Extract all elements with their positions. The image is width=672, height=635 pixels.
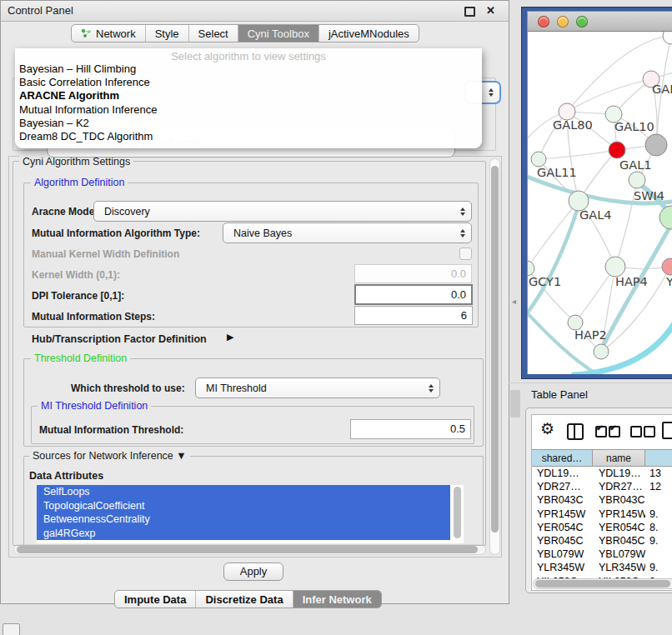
float-window-icon[interactable]: [464, 7, 475, 17]
table-row[interactable]: YDL19…YDL19…13: [532, 467, 672, 480]
attribute-topologicalcoefficient[interactable]: TopologicalCoefficient: [37, 499, 450, 513]
node-label-gal1: GAL1: [619, 158, 651, 172]
tab-discretize-data[interactable]: Discretize Data: [195, 591, 292, 608]
network-window-titlebar[interactable]: [527, 11, 672, 32]
algorithm-option-basic-correlation-inference[interactable]: Basic Correlation Inference: [15, 76, 482, 89]
mi-type-label: Mutual Information Algorithm Type:: [32, 228, 200, 239]
network-edge[interactable]: [574, 315, 672, 374]
network-edge[interactable]: [528, 201, 579, 268]
deselect-all-icon[interactable]: [644, 426, 655, 438]
table-row[interactable]: YPR145WYPR145W9.: [532, 508, 672, 521]
network-node[interactable]: [645, 134, 667, 156]
side-scroll-fragment: [510, 390, 520, 418]
dpi-tolerance-input[interactable]: 0.0: [354, 284, 473, 305]
table-row[interactable]: YER054CYER054C8.: [532, 521, 672, 534]
attribute-selfloops[interactable]: SelfLoops: [37, 485, 450, 499]
table-row[interactable]: YBL079WYBL079W: [532, 548, 672, 561]
tab-select[interactable]: Select: [188, 25, 238, 42]
table-cell: YER054C: [593, 521, 645, 534]
network-canvas[interactable]: GALGAL80GAL10GAL1GAL11SWI4GAL4GCY1HAP4YH…: [527, 32, 672, 374]
table-row[interactable]: YDR27…YDR27…12: [532, 480, 672, 493]
table-header-row: shared…name: [532, 449, 672, 467]
select-all-icon[interactable]: ✔: [595, 426, 607, 438]
network-node[interactable]: [659, 206, 672, 229]
tab-network[interactable]: Network: [72, 25, 145, 42]
table-cell: YPR145W: [593, 508, 645, 521]
tab-cyni-toolbox[interactable]: Cyni Toolbox: [238, 25, 318, 42]
network-node[interactable]: [594, 344, 609, 359]
column-view-icon[interactable]: [567, 423, 584, 440]
network-graph: GALGAL80GAL10GAL1GAL11SWI4GAL4GCY1HAP4YH…: [528, 32, 672, 374]
table-cell: 9.: [645, 561, 672, 574]
algorithm-option-bayesian-k2[interactable]: Bayesian – K2: [15, 117, 482, 130]
scrollbar-thumb[interactable]: [535, 580, 670, 588]
zoom-light-icon[interactable]: [576, 16, 588, 28]
algorithm-option-dream8-dc-tdc-algorithm[interactable]: Dream8 DC_TDC Algorithm: [15, 130, 482, 143]
tab-impute-data[interactable]: Impute Data: [115, 591, 195, 608]
hub-definition-label[interactable]: Hub/Transcription Factor Definition: [32, 333, 207, 345]
select-all-icon[interactable]: ✔: [609, 426, 620, 438]
node-swi4[interactable]: [629, 172, 645, 188]
panel-resize-handle[interactable]: ◂: [512, 297, 516, 306]
table-horizontal-scrollbar[interactable]: [533, 578, 672, 589]
manual-kernel-checkbox[interactable]: [459, 248, 472, 260]
minimize-light-icon[interactable]: [557, 16, 569, 28]
list-scrollbar-thumb[interactable]: [454, 487, 461, 538]
close-icon[interactable]: ✕: [486, 4, 495, 17]
table-container: ⚙ ✔ ✔ shared…name YDL19…YDL19…13YDR27…YD…: [531, 414, 672, 591]
node-label-hap4: HAP4: [615, 275, 648, 288]
network-node[interactable]: [663, 32, 672, 44]
network-edge[interactable]: [528, 205, 579, 319]
column-header-shared[interactable]: shared…: [532, 449, 593, 467]
threshold-combo-value: MI Threshold: [206, 382, 267, 394]
spinner-arrows-icon: [484, 85, 497, 100]
table-row[interactable]: YBR043CYBR043C: [532, 493, 672, 507]
node-gal1[interactable]: [609, 142, 625, 158]
tab-label: jActiveMNodules: [328, 28, 409, 40]
node-label-gal10: GAL10: [614, 120, 654, 133]
expand-right-icon[interactable]: ▶: [227, 332, 233, 342]
table-cell: 13: [645, 467, 672, 480]
node-gal11[interactable]: [531, 152, 546, 167]
node-gal80[interactable]: [559, 103, 575, 120]
algorithm-option-aracne-algorithm[interactable]: ARACNE Algorithm: [15, 89, 482, 102]
column-header-col2[interactable]: [645, 449, 672, 467]
bottom-left-panel-icon[interactable]: [3, 623, 20, 635]
table-cell: 9.: [645, 508, 672, 521]
which-threshold-label: Which threshold to use:: [71, 382, 185, 394]
network-edge[interactable]: [539, 150, 617, 159]
control-panel-titlebar: Control Panel ✕: [1, 1, 509, 22]
vertical-scrollbar[interactable]: [489, 158, 500, 555]
node-gcy1[interactable]: [528, 261, 534, 276]
network-view-window[interactable]: GALGAL80GAL10GAL1GAL11SWI4GAL4GCY1HAP4YH…: [521, 7, 672, 379]
attribute-gal4rgexp[interactable]: gal4RGexp: [37, 527, 450, 541]
mi-type-combo[interactable]: Naive Bayes: [223, 222, 472, 243]
scrollbar-thumb[interactable]: [491, 166, 499, 532]
algorithm-option-bayesian-hill-climbing[interactable]: Bayesian – Hill Climbing: [15, 62, 482, 76]
mi-threshold-input[interactable]: 0.5: [350, 419, 471, 439]
node-hap4[interactable]: [605, 257, 625, 277]
mi-steps-input[interactable]: 6: [354, 306, 473, 325]
gear-icon[interactable]: ⚙: [540, 419, 554, 438]
table-row[interactable]: YLR345WYLR345W9.: [532, 561, 672, 574]
collapse-down-icon[interactable]: ▼: [176, 450, 186, 462]
algorithm-option-mutual-information-inference[interactable]: Mutual Information Inference: [15, 103, 482, 117]
close-light-icon[interactable]: [538, 16, 549, 28]
deselect-all-icon[interactable]: [630, 426, 642, 438]
tab-infer-network[interactable]: Infer Network: [293, 591, 381, 608]
tab-jactivemnodules[interactable]: jActiveMNodules: [318, 25, 419, 42]
tab-style[interactable]: Style: [145, 25, 188, 42]
scrollbar-thumb[interactable]: [17, 546, 478, 553]
threshold-combo[interactable]: MI Threshold: [195, 378, 440, 398]
table-row[interactable]: YBR045CYBR045C9.: [532, 534, 672, 548]
mi-threshold-group-title: MI Threshold Definition: [38, 400, 151, 412]
apply-button[interactable]: Apply: [223, 562, 283, 581]
column-header-name[interactable]: name: [593, 449, 645, 467]
new-table-icon[interactable]: [662, 422, 672, 439]
aracne-mode-combo[interactable]: Discovery: [93, 201, 472, 222]
node-y[interactable]: [662, 258, 672, 275]
kernel-width-input[interactable]: 0.0: [354, 264, 472, 283]
attribute-betweennesscentrality[interactable]: BetweennessCentrality: [37, 512, 450, 527]
table-cell: YBR043C: [593, 493, 645, 507]
panel-divider: [509, 382, 672, 383]
